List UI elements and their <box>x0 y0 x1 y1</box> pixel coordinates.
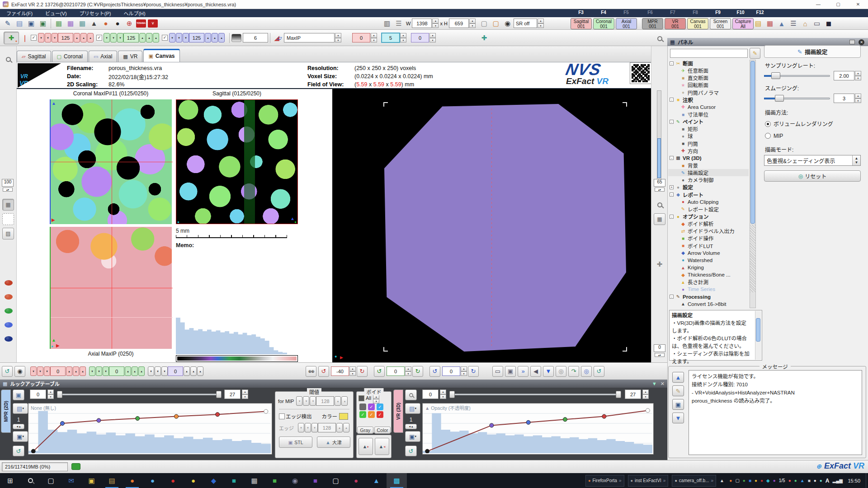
vr-zoom-button[interactable] <box>654 199 665 211</box>
home-icon[interactable]: ⌂ <box>799 18 811 29</box>
pan-group-1-up-1[interactable]: ▴ <box>132 366 138 376</box>
marker-red-1-button[interactable] <box>2 277 15 288</box>
tree-item-31[interactable]: ●Time Series <box>668 286 749 293</box>
slice-group-b-down-1[interactable]: ▾ <box>176 33 182 42</box>
description-scrollbar[interactable] <box>755 311 761 360</box>
taskbar-app-0[interactable]: ✉ <box>61 473 81 488</box>
render-mode-dropdown[interactable]: 色重視&シェーディング表示▲▼ <box>764 155 861 166</box>
pan-group-1-up-2[interactable]: ▴ <box>138 366 145 376</box>
tree-item-17[interactable]: +●設定 <box>668 183 749 191</box>
edge-detect-checkbox[interactable] <box>279 413 285 419</box>
tray-icon-7[interactable]: ● <box>773 478 776 483</box>
tree-item-33[interactable]: ▲Convert 16->8bit <box>668 300 749 308</box>
tray-expand-icon[interactable]: ▲ <box>720 478 724 483</box>
tree-item-26[interactable]: ◆Arrow Volume <box>668 249 749 257</box>
sampling-input[interactable]: 2.00 <box>834 71 854 80</box>
void-check-3[interactable]: ✓ <box>359 411 366 418</box>
pan-group-2-down-1[interactable]: ▾ <box>155 366 161 376</box>
reset-rotation-button[interactable]: ↺ <box>594 366 604 377</box>
menu-item-3[interactable]: ヘルプ(H) <box>117 11 151 16</box>
preset-purple-icon[interactable]: ▦ <box>65 18 76 29</box>
pan-group-2-down-0[interactable]: ▾ <box>148 366 154 376</box>
slice-group-b-checkbox[interactable]: ✓ <box>162 35 168 41</box>
void-check-1[interactable]: ✓ <box>368 404 375 410</box>
tree-item-25[interactable]: ■ボイドLUT <box>668 242 749 249</box>
tree-item-3[interactable]: ★回転断面 <box>668 81 749 89</box>
pan-group-0-up-1[interactable]: ▴ <box>73 366 79 376</box>
view-button-canvas[interactable]: Canvas001 <box>687 18 708 29</box>
tree-expander-5[interactable]: - <box>670 98 674 102</box>
network-icon[interactable]: ▂▄▆ <box>833 478 843 483</box>
pan-group-0-down-0[interactable]: ▾ <box>30 366 37 376</box>
pan-group-0-down-1[interactable]: ▾ <box>37 366 43 376</box>
edge-color-swatch[interactable] <box>339 413 348 420</box>
redo-rotation-button[interactable]: ↷ <box>568 366 579 377</box>
taskbar-app-4[interactable]: ● <box>142 473 163 488</box>
view-button-vr[interactable]: VR001 <box>665 18 686 29</box>
projection-mode-dropdown[interactable]: MaxIP <box>284 33 335 42</box>
step-back-button[interactable]: ◀ <box>530 366 541 377</box>
pan-group-2-value[interactable]: 0 <box>168 366 183 376</box>
task-view-button[interactable]: ▢ <box>41 473 61 488</box>
pan-group-1-value[interactable]: 0 <box>109 366 124 376</box>
pan-group-0-value[interactable]: 0 <box>50 366 66 376</box>
tree-item-24[interactable]: ■ボイド操作 <box>668 235 749 242</box>
taskbar-app-13[interactable]: ▢ <box>326 473 346 488</box>
lut-right-handle-min[interactable] <box>449 391 455 398</box>
void-check-4[interactable]: ✓ <box>368 411 375 418</box>
sr-dropdown-arrows[interactable]: ▲▼ <box>538 19 544 28</box>
rotation-y-value[interactable]: 0 <box>387 366 405 376</box>
message-picker-button[interactable]: ✎ <box>672 385 684 396</box>
tree-item-11[interactable]: ■円筒 <box>668 140 749 147</box>
slice-group-r-value[interactable]: 125 <box>58 33 73 42</box>
marker-navy-button[interactable] <box>2 333 15 344</box>
marker-green-button[interactable] <box>2 305 15 316</box>
lut-left-open-button[interactable]: ▤▾ <box>13 403 28 414</box>
sagittal-view[interactable]: ▲ ● ● <box>176 99 298 224</box>
page-new-icon[interactable]: ▢ <box>490 18 502 29</box>
tray-icon-b-0[interactable]: ● <box>788 478 791 483</box>
ime-indicator[interactable]: A <box>826 478 830 484</box>
tree-item-16[interactable]: ●カメラ制御 <box>668 176 749 183</box>
tab-axial[interactable]: ▭Axial <box>89 51 117 62</box>
slice-group-r-up-2[interactable]: ▴ <box>87 33 94 42</box>
pan-group-1-up-0[interactable]: ▴ <box>125 366 131 376</box>
height-input[interactable]: 659 <box>449 19 469 28</box>
slice-group-g-up-0[interactable]: ▴ <box>139 33 146 42</box>
thickness-gradient-icon[interactable] <box>231 34 241 42</box>
lut-right-open-button[interactable]: ▤▾ <box>405 403 420 414</box>
tree-item-6[interactable]: ✚Area Cursor <box>668 103 749 111</box>
lut-right-max[interactable]: 27 <box>625 389 641 399</box>
taskbar-app-10[interactable]: ■ <box>264 473 285 488</box>
tray-icon-6[interactable]: ◆ <box>766 478 770 483</box>
lut-right-handle-max[interactable] <box>616 391 621 398</box>
slab-thickness-input[interactable]: 6 <box>243 33 268 42</box>
data-table-icon[interactable]: ▦ <box>764 18 776 29</box>
lut-left-handle-min[interactable] <box>57 391 62 398</box>
slice-group-b-up-2[interactable]: ▴ <box>218 33 225 42</box>
panel-close-icon[interactable]: ✕ <box>859 39 864 45</box>
pan-group-2-up-2[interactable]: ▴ <box>197 366 203 376</box>
slice-group-g-down-0[interactable]: ▾ <box>104 33 110 42</box>
lut-right-min[interactable]: 0 <box>422 389 439 399</box>
slice-group-g-down-2[interactable]: ▾ <box>117 33 123 42</box>
lut-titlebar[interactable]: ▦ルックアップテーブル ▼✕ <box>0 380 667 388</box>
message-save-button[interactable]: ▣ <box>672 399 684 410</box>
tray-button-1[interactable]: ●inst ExFactVI» <box>628 475 669 487</box>
slice-group-g-value[interactable]: 125 <box>123 33 139 42</box>
taskbar-app-16[interactable]: ▩ <box>387 473 407 488</box>
tree-expander-18[interactable]: - <box>670 192 674 197</box>
pan-group-2-up-0[interactable]: ▴ <box>184 366 190 376</box>
tree-expander-0[interactable]: - <box>670 61 674 66</box>
taskbar-app-5[interactable]: ● <box>163 473 183 488</box>
view-button-coronal[interactable]: Coronal001 <box>593 18 614 29</box>
panel-layout-icon[interactable]: ▥ <box>381 18 393 29</box>
vr-volume-render[interactable] <box>384 104 626 352</box>
slice-group-r-up-0[interactable]: ▴ <box>74 33 80 42</box>
stl-export-button[interactable]: ▣STL <box>279 436 312 448</box>
lut-close-icon[interactable]: ✕ <box>660 381 665 387</box>
tree-item-15[interactable]: ✎描画設定 <box>668 169 749 176</box>
close-button[interactable]: ✕ <box>848 0 868 9</box>
coronal-view[interactable]: ▲ ▶ <box>50 99 172 224</box>
taskbar-app-2[interactable]: ▤ <box>102 473 122 488</box>
